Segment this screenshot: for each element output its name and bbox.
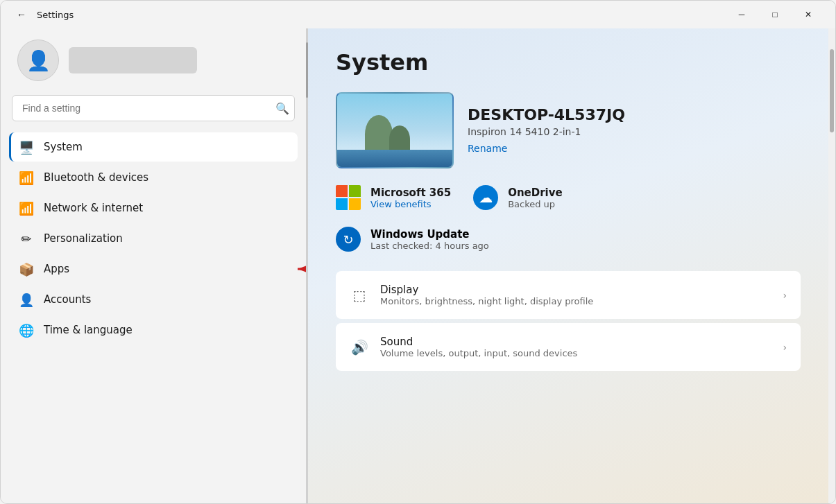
chevron-right-icon: ›: [783, 342, 787, 353]
sidebar-item-label: Accounts: [44, 293, 91, 306]
sidebar-item-label: Personalization: [44, 232, 123, 245]
cloud-icon: ☁: [479, 189, 493, 206]
maximize-button[interactable]: □: [759, 3, 791, 26]
person-icon: 👤: [26, 49, 51, 72]
sidebar-item-label: Apps: [44, 263, 69, 275]
sidebar-item-label: Bluetooth & devices: [44, 171, 148, 184]
onedrive-card: ☁ OneDrive Backed up: [473, 185, 563, 210]
microsoft365-title: Microsoft 365: [370, 186, 451, 199]
titlebar-controls: ─ □ ✕: [726, 3, 824, 26]
rock2: [389, 125, 410, 153]
windows-update-subtitle: Last checked: 4 hours ago: [370, 241, 489, 251]
sidebar-container: 👤 🔍 🖥️ System: [1, 28, 308, 503]
settings-item-left: ⬚ Display Monitors, brightness, night li…: [350, 284, 593, 306]
sidebar: 👤 🔍 🖥️ System: [1, 28, 306, 503]
settings-item-display[interactable]: ⬚ Display Monitors, brightness, night li…: [336, 271, 801, 319]
rename-link[interactable]: Rename: [468, 143, 507, 154]
system-icon: 🖥️: [19, 139, 34, 155]
sidebar-item-label: System: [44, 141, 83, 153]
apps-icon: 📦: [19, 261, 34, 277]
username-bar: [69, 47, 197, 73]
display-subtitle: Monitors, brightness, night light, displ…: [380, 296, 593, 306]
search-box: 🔍: [12, 95, 295, 121]
sidebar-item-label: Time & language: [44, 324, 133, 336]
back-button[interactable]: ←: [12, 5, 31, 24]
bluetooth-icon: 📶: [19, 170, 34, 185]
network-icon: 📶: [19, 200, 34, 216]
sound-icon: 🔊: [350, 338, 369, 357]
device-thumbnail-image: [337, 94, 452, 167]
settings-item-sound[interactable]: 🔊 Sound Volume levels, output, input, so…: [336, 323, 801, 371]
settings-item-text: Display Monitors, brightness, night ligh…: [380, 284, 593, 306]
right-panel-scrollbar[interactable]: [828, 28, 835, 503]
info-cards: Microsoft 365 View benefits ☁ OneDrive B…: [336, 185, 801, 210]
accounts-icon: 👤: [19, 292, 34, 307]
ms-q3: [336, 198, 348, 210]
time-icon: 🌐: [19, 322, 34, 338]
search-icon-button[interactable]: 🔍: [275, 102, 289, 115]
windows-update-title: Windows Update: [370, 228, 489, 241]
sidebar-item-bluetooth[interactable]: 📶 Bluetooth & devices: [9, 163, 298, 192]
onedrive-title: OneDrive: [508, 186, 563, 199]
microsoft365-card: Microsoft 365 View benefits: [336, 185, 451, 210]
right-panel-scrollbar-thumb: [830, 49, 834, 132]
chevron-right-icon: ›: [783, 290, 787, 301]
ms-q1: [336, 185, 348, 197]
search-icon: 🔍: [275, 102, 289, 115]
sidebar-item-system[interactable]: 🖥️ System: [9, 132, 298, 162]
main-content: 👤 🔍 🖥️ System: [1, 28, 835, 503]
titlebar-title: Settings: [37, 10, 74, 20]
titlebar: ← Settings ─ □ ✕: [1, 1, 835, 28]
sound-title: Sound: [380, 336, 577, 348]
apps-arrow-annotation: [291, 257, 306, 281]
device-card: DESKTOP-4L537JQ Inspiron 14 5410 2-in-1 …: [336, 92, 801, 168]
display-icon: ⬚: [350, 286, 369, 305]
sidebar-item-time[interactable]: 🌐 Time & language: [9, 315, 298, 345]
device-thumbnail: [336, 92, 454, 168]
microsoft365-text: Microsoft 365 View benefits: [370, 186, 451, 209]
windows-update-icon: ↻: [336, 227, 361, 252]
titlebar-nav: ← Settings: [12, 5, 74, 24]
settings-item-text: Sound Volume levels, output, input, soun…: [380, 336, 577, 358]
device-info: DESKTOP-4L537JQ Inspiron 14 5410 2-in-1 …: [468, 106, 625, 155]
refresh-icon: ↻: [343, 232, 353, 247]
minimize-button[interactable]: ─: [726, 3, 758, 26]
onedrive-subtitle: Backed up: [508, 199, 563, 209]
onedrive-icon: ☁: [473, 185, 498, 210]
personalization-icon: ✏️: [19, 231, 34, 246]
settings-window: ← Settings ─ □ ✕ 👤: [0, 0, 836, 504]
onedrive-text: OneDrive Backed up: [508, 186, 563, 209]
water: [337, 150, 452, 167]
sidebar-item-personalization[interactable]: ✏️ Personalization: [9, 224, 298, 253]
avatar: 👤: [17, 40, 59, 81]
sound-subtitle: Volume levels, output, input, sound devi…: [380, 348, 577, 358]
settings-item-left: 🔊 Sound Volume levels, output, input, so…: [350, 336, 577, 358]
right-panel: System DESKTOP-4L537JQ Inspiron 14 5410 …: [308, 28, 828, 503]
windows-update-row: ↻ Windows Update Last checked: 4 hours a…: [336, 227, 801, 252]
nav-list: 🖥️ System 📶 Bluetooth & devices 📶 Networ…: [9, 132, 298, 345]
device-model: Inspiron 14 5410 2-in-1: [468, 126, 625, 137]
sidebar-item-apps[interactable]: 📦 Apps: [9, 254, 298, 284]
sidebar-item-label: Network & internet: [44, 202, 143, 214]
close-button[interactable]: ✕: [792, 3, 824, 26]
sidebar-item-accounts[interactable]: 👤 Accounts: [9, 285, 298, 314]
search-input[interactable]: [12, 95, 295, 121]
rock1: [365, 115, 393, 153]
settings-list: ⬚ Display Monitors, brightness, night li…: [336, 271, 801, 371]
device-name: DESKTOP-4L537JQ: [468, 106, 625, 123]
ms-q2: [349, 185, 361, 197]
sidebar-item-network[interactable]: 📶 Network & internet: [9, 193, 298, 223]
ms-q4: [349, 198, 361, 210]
microsoft365-subtitle[interactable]: View benefits: [370, 199, 451, 209]
microsoft365-icon: [336, 185, 361, 210]
user-profile: 👤: [9, 28, 298, 95]
windows-update-text: Windows Update Last checked: 4 hours ago: [370, 228, 489, 251]
display-title: Display: [380, 284, 593, 296]
page-title: System: [336, 49, 801, 76]
